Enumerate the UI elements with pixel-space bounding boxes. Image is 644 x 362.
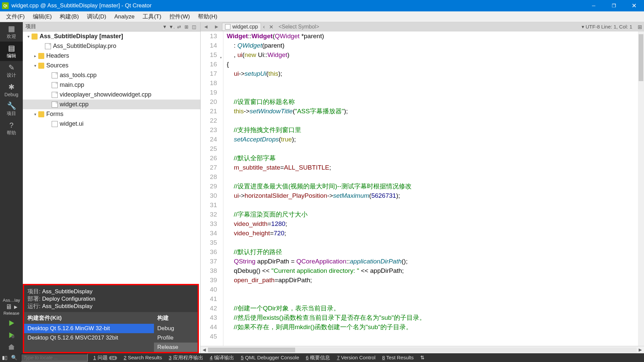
run-debug-button[interactable] xyxy=(0,329,23,341)
menu-analyze[interactable]: Analyze xyxy=(110,12,139,21)
search-icon: 🔍 xyxy=(9,355,19,361)
tree-sources[interactable]: ▾Sources xyxy=(23,61,200,70)
build-option[interactable]: Debug xyxy=(154,324,198,333)
project-panel-header: 项目 ▾ ▼. ⇄ ⊞ ◫ xyxy=(23,22,200,32)
mode-design[interactable]: ✎设计 xyxy=(0,61,23,80)
scrollbar-thumb[interactable] xyxy=(639,34,643,81)
build-header: 构建 xyxy=(154,312,198,324)
menu-help[interactable]: 帮助(H) xyxy=(194,11,221,22)
chevron-down-icon[interactable]: ▾ xyxy=(163,23,168,30)
file-icon xyxy=(52,82,58,88)
add-icon[interactable]: ⊞ xyxy=(183,24,190,29)
split-editor-icon[interactable]: ⊞ xyxy=(636,24,644,30)
cursor-status: ▾UTF-8 Line: 1, Col: 1 xyxy=(578,24,636,30)
close-button[interactable]: ✕ xyxy=(624,0,644,11)
ui-file-icon xyxy=(52,121,58,127)
toggle-sidebar-icon[interactable]: ▮▯ xyxy=(0,355,9,361)
menu-bar: 文件(F) 编辑(E) 构建(B) 调试(D) Analyze 工具(T) 控件… xyxy=(0,11,644,22)
svg-rect-3 xyxy=(9,347,14,350)
vertical-scrollbar[interactable] xyxy=(638,32,644,346)
status-pane-4[interactable]: 4 编译输出 xyxy=(207,355,238,360)
mode-welcome[interactable]: ▦欢迎 xyxy=(0,22,23,42)
tree-pro-file[interactable]: Ass_SubtitleDisplay.pro xyxy=(23,41,200,51)
bug-icon: ✱ xyxy=(0,83,23,91)
link-icon[interactable]: ⇄ xyxy=(175,24,183,29)
code-content[interactable]: Widget::Widget(QWidget *parent) : QWidge… xyxy=(223,32,644,346)
status-bar: ▮▯ 🔍 1 问题142 Search Results3 应用程序输出4 编译输… xyxy=(0,353,644,362)
tree-headers[interactable]: ▸Headers xyxy=(23,51,200,61)
tree-source-file[interactable]: videoplayer_showvideowidget.cpp xyxy=(23,90,200,100)
maximize-button[interactable]: ❐ xyxy=(604,0,624,11)
mode-debug[interactable]: ✱Debug xyxy=(0,80,23,99)
nav-forward-icon[interactable]: ► xyxy=(211,24,222,30)
code-editor[interactable]: 131415▾161718192021222324252627282930313… xyxy=(201,32,644,346)
mode-edit[interactable]: ▤编辑 xyxy=(0,42,23,61)
minimize-button[interactable]: ─ xyxy=(584,0,604,11)
app-icon: Qt xyxy=(2,2,9,9)
tree-source-file[interactable]: main.cpp xyxy=(23,80,200,90)
file-icon xyxy=(52,92,58,98)
back-icon[interactable]: ‹ xyxy=(261,24,267,30)
status-pane-8[interactable]: 8 Test Results xyxy=(379,355,417,360)
nav-back-icon[interactable]: ◄ xyxy=(201,24,211,30)
status-pane-1[interactable]: 1 问题14 xyxy=(90,355,120,360)
line-gutter: 131415▾161718192021222324252627282930313… xyxy=(201,32,223,346)
project-header-title: 项目 xyxy=(25,23,163,30)
window-title: widget.cpp @ Ass_SubtitleDisplay [master… xyxy=(11,2,584,9)
project-panel: 项目 ▾ ▼. ⇄ ⊞ ◫ ▾Ass_SubtitleDisplay [mast… xyxy=(23,22,201,353)
help-icon: ? xyxy=(0,121,23,129)
tree-ui-file[interactable]: widget.ui xyxy=(23,119,200,129)
scroll-right-icon[interactable]: ► xyxy=(637,347,644,353)
editor-area: ◄ ► widget.cpp ‹ ✕ <Select Symbol> ▾UTF-… xyxy=(201,22,644,353)
locator-input[interactable] xyxy=(21,354,88,362)
tree-root[interactable]: ▾Ass_SubtitleDisplay [master] xyxy=(23,32,200,41)
close-tab-icon[interactable]: ✕ xyxy=(267,24,275,30)
symbol-selector[interactable]: <Select Symbol> xyxy=(275,24,323,30)
kit-selector-button[interactable]: Ass…lay 🖥 ▸ Release xyxy=(0,296,23,317)
kit-option[interactable]: Desktop Qt 5.12.6 MSVC2017 32bit xyxy=(24,333,154,343)
monitor-icon: 🖥 ▸ xyxy=(0,303,23,311)
status-pane-7[interactable]: 7 Version Control xyxy=(333,355,379,360)
wrench-icon: 🔧 xyxy=(0,102,23,110)
status-pane-3[interactable]: 3 应用程序输出 xyxy=(165,355,207,360)
menu-debug[interactable]: 调试(D) xyxy=(83,11,110,22)
file-icon xyxy=(45,43,51,49)
kit-header: 构建套件(Kit) xyxy=(24,312,154,324)
mode-projects[interactable]: 🔧项目 xyxy=(0,99,23,119)
menu-widgets[interactable]: 控件(W) xyxy=(165,11,194,22)
kit-option[interactable]: Desktop Qt 5.12.6 MinGW 32-bit xyxy=(24,324,154,333)
editor-toolbar: ◄ ► widget.cpp ‹ ✕ <Select Symbol> ▾UTF-… xyxy=(201,22,644,32)
build-option[interactable]: Profile xyxy=(154,333,198,343)
horizontal-scrollbar[interactable]: ◄ ► xyxy=(201,346,644,353)
tree-forms[interactable]: ▾Forms xyxy=(23,109,200,119)
split-icon[interactable]: ◫ xyxy=(190,24,198,29)
folder-icon xyxy=(38,53,44,59)
grid-icon: ▦ xyxy=(0,25,23,33)
folder-icon xyxy=(32,34,38,40)
file-icon xyxy=(52,102,58,108)
scrollbar-thumb[interactable] xyxy=(208,348,295,352)
mode-help[interactable]: ?帮助 xyxy=(0,119,23,138)
build-option[interactable]: Release xyxy=(154,343,198,352)
status-pane-6[interactable]: 6 概要信息 xyxy=(303,355,334,360)
menu-tools[interactable]: 工具(T) xyxy=(139,11,165,22)
status-toggle-icon[interactable]: ⇅ xyxy=(417,355,428,361)
pencil-icon: ✎ xyxy=(0,64,23,72)
tree-source-file[interactable]: ass_tools.cpp xyxy=(23,70,200,80)
editor-tab[interactable]: widget.cpp xyxy=(222,23,261,31)
menu-build[interactable]: 构建(B) xyxy=(56,11,83,22)
title-bar: Qt widget.cpp @ Ass_SubtitleDisplay [mas… xyxy=(0,0,644,11)
status-pane-5[interactable]: 5 QML Debugger Console xyxy=(237,355,303,360)
run-button[interactable] xyxy=(0,317,23,329)
filter-icon[interactable]: ▼. xyxy=(168,24,175,29)
kit-selector-popup: 项目: Ass_SubtitleDisplay 部署: Deploy Confi… xyxy=(23,284,199,353)
svg-point-2 xyxy=(11,335,14,338)
scroll-left-icon[interactable]: ◄ xyxy=(201,347,208,353)
build-button[interactable] xyxy=(0,341,23,353)
status-pane-2[interactable]: 2 Search Results xyxy=(120,355,165,360)
file-icon xyxy=(52,72,58,78)
tree-source-file-active[interactable]: widget.cpp xyxy=(23,100,200,109)
svg-marker-4 xyxy=(8,344,14,347)
menu-file[interactable]: 文件(F) xyxy=(2,11,29,22)
menu-edit[interactable]: 编辑(E) xyxy=(29,11,56,22)
